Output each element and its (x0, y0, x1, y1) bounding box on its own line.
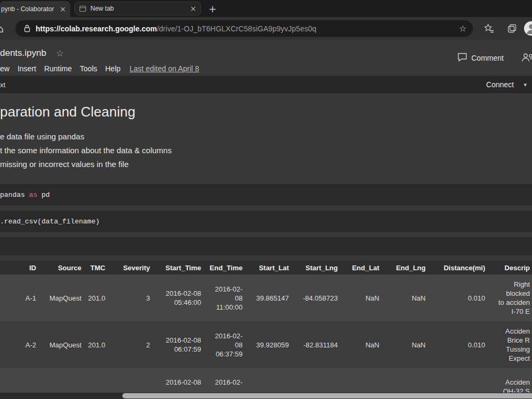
code-cell-scrolled[interactable] (0, 237, 532, 255)
column-header: TMC (87, 261, 111, 275)
column-header: Source (41, 261, 87, 275)
table-cell: 39.928059 (248, 321, 294, 368)
column-header: Start_Lat (248, 261, 294, 275)
menu-item-runtime[interactable]: Runtime (44, 64, 72, 73)
favorite-star-icon[interactable]: ☆ (459, 23, 467, 34)
header-row: IDSourceTMCSeverityStart_TimeEnd_TimeSta… (0, 261, 532, 275)
dataframe: IDSourceTMCSeverityStart_TimeEnd_TimeSta… (0, 261, 532, 399)
table-cell: NaN (385, 275, 431, 321)
horizontal-scrollbar[interactable] (0, 393, 532, 399)
table-cell: A-1 (0, 275, 41, 321)
code-text: .read_csv(data_filename) (0, 218, 99, 226)
code-text: pd (37, 191, 49, 199)
filename-row: dents.ipynb ☆ (0, 45, 532, 61)
bookmark-star-icon[interactable]: ☆ (56, 48, 64, 59)
table-cell: NaN (343, 275, 385, 321)
new-tab-button[interactable]: + (209, 4, 217, 14)
scrollbar-thumb[interactable] (122, 393, 532, 398)
column-header: End_Time (206, 261, 248, 275)
table-cell: MapQuest (41, 321, 87, 368)
url-host: https://colab.research.google.com (36, 24, 157, 33)
table-cell: 201.0 (87, 321, 111, 368)
table-cell: Acciden Brice R Tussing Expect (491, 321, 532, 368)
table-cell: MapQuest (41, 275, 87, 321)
tab-colab[interactable]: pynb - Colaborator× (0, 1, 70, 17)
tab-new-tab[interactable]: New tab× (74, 2, 201, 15)
table-cell: Right blocked to acciden I-70 E (491, 275, 532, 321)
menu-item-view[interactable]: ew (0, 64, 10, 73)
table-cell: A-2 (0, 321, 41, 368)
dataframe-body: A-1MapQuest201.032016-02-08 05:46:002016… (0, 275, 532, 399)
table-cell: 2016-02-08 06:07:59 (155, 321, 206, 368)
address-bar: ⌂ https://colab.research.google.com/driv… (0, 17, 532, 40)
share-people-icon[interactable] (521, 53, 532, 62)
tab-title: New tab (90, 5, 187, 12)
url-input[interactable]: https://colab.research.google.com/drive/… (15, 20, 473, 37)
close-icon[interactable]: × (60, 5, 66, 13)
column-header: End_Lat (343, 261, 385, 275)
menu-bar: ew Insert Runtime Tools Help Last edited… (0, 62, 532, 76)
chevron-down-icon[interactable]: ▾ (523, 81, 527, 88)
bullet-item: t the some information about the data & … (0, 144, 532, 157)
colab-header: dents.ipynb ☆ Comment ew Insert Runtime … (0, 40, 532, 76)
dataframe-head: IDSourceTMCSeverityStart_TimeEnd_TimeSta… (0, 261, 532, 275)
browser-window: pynb - Colaborator× New tab× + ⌂ https:/… (0, 0, 532, 399)
bullet-item: missing or incorrect values in the file (0, 157, 532, 171)
comment-icon (458, 53, 467, 63)
menu-item-tools[interactable]: Tools (80, 64, 97, 73)
table-cell: 0.010 (431, 321, 491, 368)
url-path: /drive/1-OJ_bT6HGLXCrC58siGA9p9yvJp5es0q (157, 24, 317, 33)
tab-title: pynb - Colaborator (1, 5, 56, 13)
table-cell: NaN (385, 321, 431, 368)
bullet-item: e data file using pandas (0, 130, 532, 144)
comment-button[interactable]: Comment (458, 53, 504, 63)
column-header: Distance(mi) (431, 261, 491, 275)
table-cell: 2016-02-08 05:46:00 (155, 275, 206, 321)
url-text: https://colab.research.google.com/drive/… (36, 24, 454, 33)
favorites-icon[interactable] (483, 23, 494, 34)
table-cell: NaN (343, 321, 385, 368)
table-cell: -84.058723 (294, 275, 343, 321)
table-cell: 201.0 (87, 275, 111, 321)
code-keyword: as (29, 191, 38, 199)
lock-icon (24, 24, 30, 32)
column-header: Start_Lng (294, 261, 343, 275)
table-cell: 3 (111, 275, 155, 321)
avatar[interactable] (524, 21, 532, 36)
menu-item-insert[interactable]: Insert (18, 64, 36, 73)
last-edited-link[interactable]: Last edited on April 8 (130, 64, 200, 73)
code-cell-read-csv[interactable]: .read_csv(data_filename) (0, 211, 532, 232)
collections-icon[interactable] (506, 23, 518, 34)
close-icon[interactable]: × (190, 4, 196, 13)
column-header: End_Lng (385, 261, 431, 275)
notebook-toolbar: xt Connect ▾ (0, 76, 532, 93)
table-cell: -82.831184 (294, 321, 343, 368)
table-cell: 0.010 (431, 275, 491, 321)
table-cell: 2016-02- 08 11:00:00 (206, 275, 248, 321)
column-header: Severity (111, 261, 155, 275)
comment-label: Comment (471, 54, 504, 62)
column-header: ID (0, 261, 41, 275)
notebook-content: paration and Cleaning e data file using … (0, 103, 532, 399)
column-header: Descrip (491, 261, 532, 275)
notebook-filename[interactable]: dents.ipynb (0, 48, 46, 59)
new-tab-favicon-icon (79, 5, 86, 12)
connect-button[interactable]: Connect (486, 80, 514, 89)
table-cell: 2016-02- 08 06:37:59 (206, 321, 248, 368)
tab-bar: pynb - Colaborator× New tab× + (0, 0, 532, 17)
menu-item-help[interactable]: Help (105, 64, 121, 73)
add-text-button[interactable]: xt (0, 81, 5, 89)
column-header: Start_Time (155, 261, 206, 275)
home-icon[interactable]: ⌂ (0, 23, 11, 35)
bullet-list: e data file using pandas t the some info… (0, 130, 532, 171)
code-cell-import[interactable]: pandas as pd (0, 184, 532, 205)
table-cell: 39.865147 (248, 275, 294, 321)
table-cell: 2 (111, 321, 155, 368)
section-heading: paration and Cleaning (0, 103, 532, 121)
code-text: pandas (0, 191, 29, 199)
table-row: A-2MapQuest201.022016-02-08 06:07:592016… (0, 321, 532, 368)
table-row: A-1MapQuest201.032016-02-08 05:46:002016… (0, 275, 532, 321)
